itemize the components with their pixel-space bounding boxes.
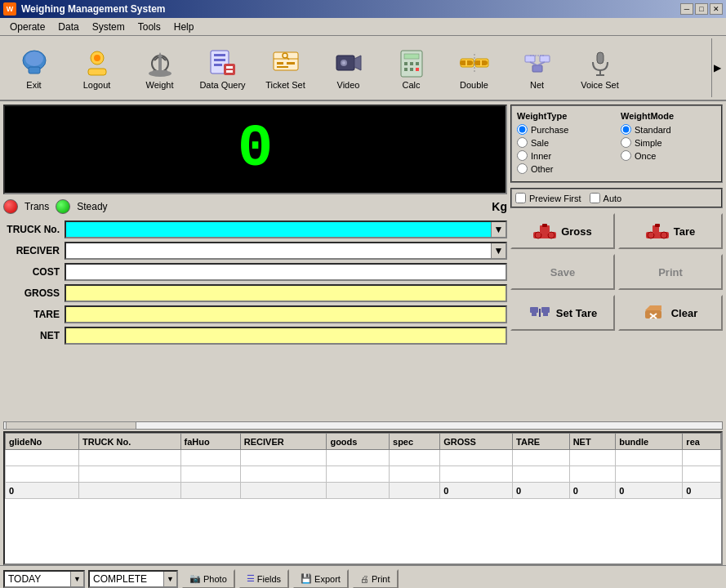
col-rea: rea (683, 434, 721, 450)
preview-first-checkbox-row[interactable]: Preview First (515, 193, 581, 203)
status-filter-input[interactable] (90, 573, 163, 585)
scrollbar-thumb[interactable] (6, 421, 136, 430)
svg-rect-42 (462, 60, 465, 65)
svg-rect-35 (416, 62, 419, 65)
fields-button[interactable]: ☰ Fields (238, 569, 289, 589)
horizontal-scrollbar[interactable] (3, 421, 723, 430)
weight-mode-simple[interactable]: Simple (621, 137, 716, 148)
preview-first-checkbox[interactable] (515, 193, 526, 203)
print-button[interactable]: Print (618, 254, 723, 290)
app-icon: W (3, 2, 16, 16)
col-net: NET (569, 434, 616, 450)
net-input[interactable]: 0 (65, 327, 507, 345)
ticket-set-button[interactable]: Ticket Set (255, 38, 316, 97)
gross-input[interactable]: 0 (65, 284, 507, 302)
secondary-action-buttons: Save Print (510, 254, 723, 290)
double-button[interactable]: Double (443, 38, 505, 97)
close-button[interactable]: ✕ (710, 3, 723, 15)
weight-mode-standard-radio[interactable] (621, 124, 631, 135)
weight-type-sale-radio[interactable] (517, 137, 528, 148)
col-truck-no: TRUCK No. (79, 434, 181, 450)
col-fa-huo: faHuo (180, 434, 240, 450)
exit-button[interactable]: Exit (3, 38, 65, 97)
preview-first-label: Preview First (529, 194, 581, 203)
maximize-button[interactable]: □ (695, 3, 708, 15)
fields-icon: ☰ (247, 573, 255, 584)
video-button[interactable]: Video (318, 38, 379, 97)
cost-row: COST 0 (3, 263, 507, 281)
exit-label: Exit (26, 80, 41, 90)
trans-label: Trans (24, 201, 49, 212)
date-filter-arrow[interactable]: ▼ (70, 572, 83, 586)
svg-rect-37 (410, 68, 413, 71)
cost-input[interactable]: 0 (65, 263, 507, 281)
data-query-label: Data Query (199, 80, 245, 90)
voice-set-button[interactable]: Voice Set (569, 38, 630, 97)
bottom-section: glideNo TRUCK No. faHuo RECIVER goods sp… (0, 420, 726, 588)
calc-icon (394, 46, 429, 80)
right-panel: WeightType Purchase Sale Inner Other (510, 105, 723, 416)
tare-row: TARE 0 (3, 305, 507, 323)
truck-no-dropdown[interactable]: ▼ (65, 220, 507, 238)
weight-type-purchase[interactable]: Purchase (517, 124, 612, 135)
data-table: glideNo TRUCK No. faHuo RECIVER goods sp… (5, 433, 721, 499)
weight-type-other-radio[interactable] (517, 163, 528, 174)
tare-input[interactable]: 0 (65, 305, 507, 323)
weight-mode-standard[interactable]: Standard (621, 124, 716, 135)
reciver-arrow[interactable]: ▼ (491, 243, 506, 258)
weight-mode-once-radio[interactable] (621, 150, 631, 161)
save-button[interactable]: Save (510, 254, 615, 290)
weight-type-purchase-radio[interactable] (517, 124, 528, 135)
truck-no-input[interactable] (66, 224, 491, 235)
weight-type-inner[interactable]: Inner (517, 150, 612, 161)
status-filter-combo[interactable]: ▼ (88, 570, 178, 588)
menu-data[interactable]: Data (51, 20, 85, 34)
steady-label: Steady (77, 201, 107, 212)
status-filter-arrow[interactable]: ▼ (163, 572, 176, 586)
col-glide-no: glideNo (6, 434, 79, 450)
auto-checkbox[interactable] (590, 193, 600, 203)
weight-button[interactable]: Weight (129, 38, 190, 97)
minimize-button[interactable]: ─ (680, 3, 693, 15)
calc-button[interactable]: Calc (381, 38, 442, 97)
table-header-row: glideNo TRUCK No. faHuo RECIVER goods sp… (6, 434, 721, 450)
bottom-print-button[interactable]: 🖨 Print (352, 569, 399, 589)
total-spec (390, 483, 440, 499)
truck-no-arrow[interactable]: ▼ (491, 222, 506, 237)
weight-mode-once[interactable]: Once (621, 150, 716, 161)
photo-button[interactable]: 📷 Photo (181, 569, 235, 589)
date-filter-input[interactable] (5, 573, 70, 585)
menu-system[interactable]: System (86, 20, 131, 34)
menu-tools[interactable]: Tools (131, 20, 167, 34)
net-button[interactable]: Net (506, 38, 568, 97)
set-tare-button[interactable]: Set Tare (510, 295, 615, 331)
export-icon: 💾 (301, 573, 312, 584)
weight-mode-once-label: Once (635, 151, 656, 161)
gross-button[interactable]: Gross (510, 213, 615, 249)
status-indicators: Trans Steady Kg (3, 199, 507, 214)
weight-type-other[interactable]: Other (517, 163, 612, 174)
date-filter-combo[interactable]: ▼ (3, 570, 85, 588)
svg-rect-15 (214, 59, 225, 61)
clear-button[interactable]: Clear (618, 295, 723, 331)
logout-label: Logout (83, 80, 111, 90)
menu-help[interactable]: Help (167, 20, 201, 34)
weight-mode-simple-radio[interactable] (621, 137, 631, 148)
col-spec: spec (390, 434, 440, 450)
col-goods: goods (327, 434, 390, 450)
photo-label: Photo (203, 574, 227, 584)
total-net: 0 (569, 483, 616, 499)
logout-button[interactable]: Logout (66, 38, 127, 97)
weight-type-sale[interactable]: Sale (517, 137, 612, 148)
reciver-input[interactable] (66, 245, 491, 256)
svg-rect-63 (542, 224, 547, 227)
tare-button[interactable]: Tare (618, 213, 723, 249)
weight-type-inner-radio[interactable] (517, 150, 528, 161)
data-query-button[interactable]: Data Query (192, 38, 253, 97)
data-query-icon (206, 46, 240, 80)
auto-checkbox-row[interactable]: Auto (590, 193, 622, 203)
menu-operate[interactable]: Operate (3, 20, 51, 34)
logout-icon (80, 46, 114, 80)
toolbar-more-button[interactable]: ▶ (711, 38, 723, 97)
export-button[interactable]: 💾 Export (292, 569, 349, 589)
